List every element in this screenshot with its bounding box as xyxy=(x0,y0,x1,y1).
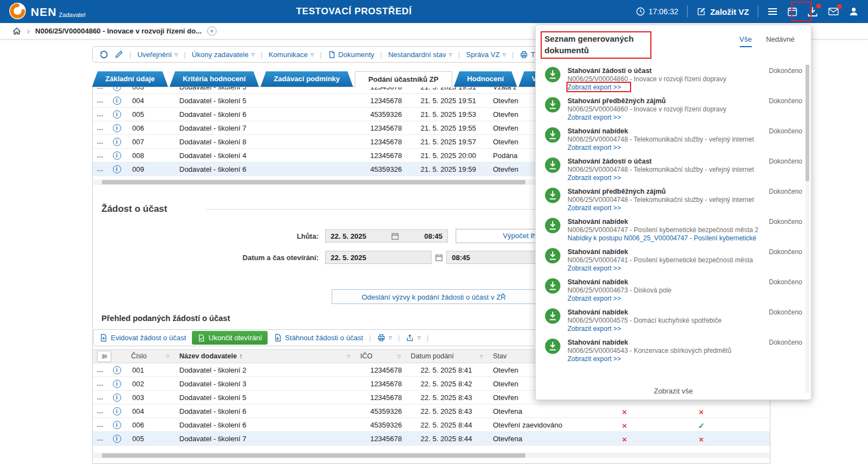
filter-icon[interactable]: ▽ xyxy=(398,354,401,359)
document-list-item[interactable]: Stahování nabídek N006/25/V00004543 - Ko… xyxy=(544,335,802,365)
info-icon[interactable]: i xyxy=(113,421,121,429)
history-button[interactable] xyxy=(99,50,109,59)
print-menu-button[interactable]: ▽ xyxy=(377,334,392,342)
close-record-icon[interactable]: ✕ xyxy=(207,26,217,36)
row-menu-icon[interactable]: ••• xyxy=(97,382,103,387)
messages-button[interactable] xyxy=(827,6,839,17)
app-logo[interactable]: NEN Zadavatel xyxy=(0,2,86,21)
home-icon[interactable] xyxy=(12,26,21,36)
scrollbar-thumb[interactable] xyxy=(102,180,525,184)
opening-time-field[interactable]: 08:45 xyxy=(446,251,540,264)
document-list-item[interactable]: Stahování žádostí o účast N006/25/V00004… xyxy=(544,64,802,94)
table-row[interactable]: ••• i 004 Dodavatel - školení 6 45359326… xyxy=(93,404,770,418)
table-row[interactable]: ••• i 006 Dodavatel - školení 6 45359326… xyxy=(93,418,770,432)
tab[interactable]: Zadávací podmínky xyxy=(260,71,353,87)
tab[interactable]: Hodnocení xyxy=(454,71,517,87)
row-menu-icon[interactable]: ••• xyxy=(97,87,103,91)
export-menu-button[interactable]: ▽ xyxy=(406,334,421,342)
profile-button[interactable] xyxy=(848,6,859,17)
row-menu-icon[interactable]: ••• xyxy=(97,369,103,374)
show-export-link[interactable]: Zobrazit export >> xyxy=(568,114,758,122)
row-menu-icon[interactable]: ••• xyxy=(97,410,103,415)
menu-nonstandard-state[interactable]: Nestandardní stav▽ xyxy=(388,50,452,59)
create-vz-button[interactable]: Založit VZ xyxy=(696,7,749,16)
info-icon[interactable]: i xyxy=(113,124,121,132)
info-icon[interactable]: i xyxy=(113,97,121,105)
calendar-icon[interactable] xyxy=(435,254,443,262)
show-export-link[interactable]: Zobrazit export >> xyxy=(568,355,758,363)
tab[interactable]: Základní údaje xyxy=(92,71,168,87)
filter-icon[interactable]: ▽ xyxy=(480,354,483,359)
finish-opening-button[interactable]: Ukončit otevírání xyxy=(192,331,268,345)
show-all-link[interactable]: Zobrazit vše xyxy=(536,387,811,395)
show-export-link[interactable]: Zobrazit export >> xyxy=(568,204,758,212)
tab[interactable]: Podání účastníků ZP xyxy=(355,71,452,87)
table-settings-button[interactable] xyxy=(97,351,111,362)
horizontal-scrollbar[interactable] xyxy=(93,453,769,458)
menu-publish[interactable]: Uveřejnění▽ xyxy=(137,50,178,59)
document-list-item[interactable]: Stahování nabídek N006/25/V00004741 - Po… xyxy=(544,245,802,275)
info-icon[interactable]: i xyxy=(113,393,121,402)
info-icon[interactable]: i xyxy=(113,138,121,146)
document-list-item[interactable]: Stahování nabídek N006/25/V00004575 - Do… xyxy=(544,305,802,335)
calendar-button[interactable] xyxy=(787,6,798,17)
row-menu-icon[interactable]: ••• xyxy=(97,154,103,159)
menu-contracting-actions[interactable]: Úkony zadavatele▽ xyxy=(192,50,255,59)
header-cislo[interactable]: Číslo▽ xyxy=(126,352,174,360)
breadcrumb-current[interactable]: N006/25/V00004860 - Inovace v rozvoji ří… xyxy=(35,27,201,35)
info-icon[interactable]: i xyxy=(113,151,121,160)
row-menu-icon[interactable]: ••• xyxy=(97,396,103,401)
menu-documents[interactable]: Dokumenty xyxy=(328,50,375,59)
row-menu-icon[interactable]: ••• xyxy=(97,168,103,173)
info-icon[interactable]: i xyxy=(113,110,121,119)
show-export-link[interactable]: Zobrazit export >> xyxy=(568,83,758,92)
info-icon[interactable]: i xyxy=(113,380,121,388)
register-request-button[interactable]: Evidovat žádost o účast xyxy=(99,334,186,342)
calendar-icon[interactable] xyxy=(391,232,399,240)
document-list-item[interactable]: Stahování předběžných zájmů N006/25/V000… xyxy=(544,94,802,124)
info-icon[interactable]: i xyxy=(113,165,121,173)
scrollbar-thumb[interactable] xyxy=(805,65,809,181)
row-menu-icon[interactable]: ••• xyxy=(97,424,103,429)
document-list-item[interactable]: Stahování nabídek N006/25/V00004673 - Di… xyxy=(544,275,802,305)
send-invitation-button[interactable]: Odeslání výzvy k podání žádosti o účast … xyxy=(332,289,536,304)
scrollbar-thumb[interactable] xyxy=(102,453,525,458)
row-menu-icon[interactable]: ••• xyxy=(97,99,103,104)
info-icon[interactable]: i xyxy=(113,366,121,374)
popup-tab-recent[interactable]: Nedávné xyxy=(766,35,795,47)
menu-communication[interactable]: Komunikace▽ xyxy=(269,50,314,59)
info-icon[interactable]: i xyxy=(113,435,121,443)
show-export-link[interactable]: Zobrazit export >> xyxy=(568,174,758,182)
row-menu-icon[interactable]: ••• xyxy=(97,127,103,132)
filter-icon[interactable]: ▽ xyxy=(347,354,350,359)
row-menu-icon[interactable]: ••• xyxy=(97,437,103,442)
show-export-link[interactable]: Zobrazit export >> xyxy=(568,144,758,152)
menu-button[interactable] xyxy=(767,6,778,17)
opening-date-field[interactable]: 22. 5. 2025 xyxy=(325,251,432,264)
row-menu-icon[interactable]: ••• xyxy=(97,113,103,118)
download-requests-button[interactable]: Stáhnout žádosti o účast xyxy=(274,334,363,342)
info-icon[interactable]: i xyxy=(113,87,121,91)
filter-icon[interactable]: ▽ xyxy=(166,354,169,359)
show-export-link[interactable]: Zobrazit export >> xyxy=(568,325,758,333)
show-export-link[interactable]: Zobrazit export >> xyxy=(568,295,758,303)
deadline-field[interactable]: 22. 5. 2025 08:45 xyxy=(325,229,448,243)
info-icon[interactable]: i xyxy=(113,407,121,415)
edit-button[interactable] xyxy=(115,50,123,59)
table-row[interactable]: ••• i 005 Dodavatel - školení 7 12345678… xyxy=(93,432,770,446)
menu-vz-admin[interactable]: Správa VZ▽ xyxy=(466,50,506,59)
popup-scrollbar[interactable] xyxy=(805,65,809,393)
show-export-link[interactable]: Zobrazit export >> xyxy=(568,265,758,273)
header-ico[interactable]: IČO▽ xyxy=(355,352,405,360)
tab[interactable]: Kritéria hodnocení xyxy=(169,71,259,87)
row-menu-icon[interactable]: ••• xyxy=(97,140,103,145)
show-export-link[interactable]: Nabídky k postupu N006_25_V00004747 - Po… xyxy=(568,234,758,243)
popup-tab-all[interactable]: Vše xyxy=(740,35,752,47)
document-list-item[interactable]: Stahování žádostí o účast N006/25/V00004… xyxy=(544,154,802,184)
document-list-item[interactable]: Stahování předběžných zájmů N006/25/V000… xyxy=(544,184,802,215)
generated-documents-button[interactable] xyxy=(807,5,819,18)
document-list-item[interactable]: Stahování nabídek N006/25/V00004748 - Te… xyxy=(544,124,802,154)
header-nazev[interactable]: Název dodavatele↑ ▽ xyxy=(174,352,355,360)
document-list-item[interactable]: Stahování nabídek N006/25/V00004747 - Po… xyxy=(544,215,802,245)
header-datum-podani[interactable]: Datum podání▽ xyxy=(405,352,487,360)
